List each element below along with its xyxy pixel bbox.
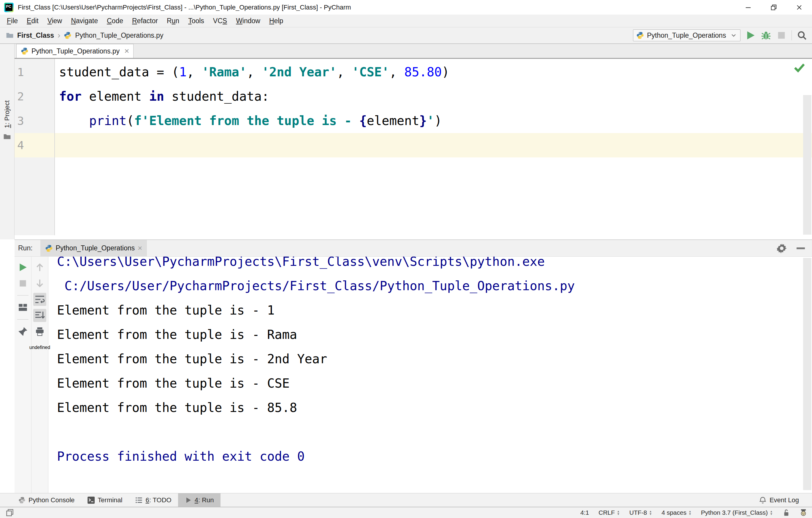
- soft-wrap-icon[interactable]: [33, 293, 46, 306]
- updown-arrows-icon: ▲▼: [649, 510, 652, 515]
- python-gray-icon: [19, 497, 26, 504]
- editor-tab-bar: Python_Tuple_Operations.py ×: [14, 44, 812, 59]
- toolwindow-toggle-icon[interactable]: [6, 509, 13, 517]
- toolbar-separator: [17, 295, 28, 296]
- run-gray-icon: [184, 497, 192, 504]
- close-tab-icon[interactable]: ×: [124, 48, 129, 54]
- toolbar-item-terminal[interactable]: Terminal: [81, 493, 129, 507]
- gutter-border: [54, 59, 55, 235]
- title-bar: PC First_Class [C:\Users\User\PycharmPro…: [0, 0, 812, 15]
- main-toolbar: First_Class › Python_Tuple_Operations.py…: [0, 27, 812, 44]
- toolbar-item-python-console-label: Python Console: [28, 496, 75, 504]
- code-line-3: 3 print(f'Element from the tuple is - {e…: [14, 109, 812, 133]
- debug-button[interactable]: [761, 30, 771, 41]
- run-console-output[interactable]: C:\Users\User\PycharmProjects\First_Clas…: [48, 256, 802, 491]
- inspections-ok-icon[interactable]: [793, 61, 806, 74]
- python-file-icon: [64, 31, 71, 39]
- run-button[interactable]: [745, 30, 756, 41]
- pycharm-logo-icon: PC: [4, 3, 13, 12]
- pin-tab-icon[interactable]: [16, 325, 29, 338]
- python-run-icon: [45, 244, 53, 252]
- code-line-4: 4: [14, 133, 812, 157]
- status-4-spaces[interactable]: 4 spaces▲▼: [662, 509, 692, 516]
- updown-arrows-icon: ▲▼: [689, 510, 692, 515]
- run-config-label: Python_Tuple_Operations: [647, 31, 726, 39]
- settings-gear-icon[interactable]: [776, 243, 787, 254]
- next-occurrence-icon: [33, 277, 46, 290]
- print-icon[interactable]: [33, 325, 46, 338]
- line-number: 1: [14, 60, 54, 84]
- pycharm-window: PC First_Class [C:\Users\User\PycharmPro…: [0, 0, 812, 518]
- run-panel-header: Run: Python_Tuple_Operations ×: [14, 239, 812, 256]
- stop-button: [776, 30, 787, 41]
- menu-window[interactable]: Window: [231, 17, 265, 25]
- restore-layout-icon[interactable]: [16, 301, 29, 314]
- clear-all-icon[interactable]: undefined: [33, 341, 46, 354]
- updown-arrows-icon: ▲▼: [770, 510, 773, 515]
- breadcrumb-project[interactable]: First_Class: [17, 31, 54, 39]
- console-scrollbar[interactable]: [803, 258, 811, 490]
- hide-panel-icon[interactable]: [795, 243, 806, 254]
- tool-window-bar-bottom: Python ConsoleTerminal6: TODO4: RunEvent…: [0, 493, 812, 507]
- toolbar-item-python-console[interactable]: Python Console: [12, 493, 81, 507]
- code-editor[interactable]: 1student_data = (1, 'Rama', '2nd Year', …: [14, 59, 812, 239]
- minimize-button[interactable]: [735, 0, 761, 15]
- status-utf-8[interactable]: UTF-8▲▼: [629, 509, 652, 516]
- toolbar-item-run[interactable]: 4: Run: [178, 493, 221, 507]
- folder-icon: [6, 31, 13, 39]
- menu-edit[interactable]: Edit: [22, 17, 43, 25]
- menu-navigate[interactable]: Navigate: [66, 17, 103, 25]
- breadcrumb-file[interactable]: Python_Tuple_Operations.py: [75, 31, 163, 39]
- rerun-icon[interactable]: [16, 261, 29, 274]
- close-button[interactable]: [786, 0, 812, 15]
- event-log-label: Event Log: [770, 496, 799, 504]
- menu-file[interactable]: File: [2, 17, 22, 25]
- event-log-button[interactable]: Event Log: [759, 496, 799, 504]
- tab-python-tuple-operations[interactable]: Python_Tuple_Operations.py ×: [16, 44, 134, 58]
- search-everywhere-icon[interactable]: [796, 30, 807, 41]
- run-tab[interactable]: Python_Tuple_Operations ×: [40, 240, 147, 256]
- menu-code[interactable]: Code: [103, 17, 127, 25]
- sidebar-item-project-label: 1: Project: [3, 100, 11, 128]
- menu-bar: FileEditViewNavigateCodeRefactorRunTools…: [0, 15, 812, 27]
- updown-arrows-icon: ▲▼: [617, 510, 620, 515]
- editor-scrollbar[interactable]: [803, 95, 811, 235]
- run-config-selector[interactable]: Python_Tuple_Operations: [633, 29, 741, 41]
- run-panel-label: Run:: [18, 244, 33, 252]
- console-line: Process finished with exit code 0: [57, 444, 802, 469]
- terminal-icon: [88, 497, 95, 504]
- menu-refactor[interactable]: Refactor: [127, 17, 162, 25]
- restore-button[interactable]: [761, 0, 786, 15]
- bell-icon: [759, 496, 766, 504]
- status-python-3-7-first-class-[interactable]: Python 3.7 (First_Class)▲▼: [701, 509, 773, 516]
- close-run-tab-icon[interactable]: ×: [138, 244, 142, 253]
- console-line: [57, 420, 802, 444]
- toolbar-separator: [17, 319, 28, 320]
- breadcrumb: First_Class › Python_Tuple_Operations.py: [6, 31, 163, 39]
- scroll-to-end-icon[interactable]: [33, 309, 46, 322]
- chevron-down-icon: [730, 32, 737, 39]
- code-line-1: 1student_data = (1, 'Rama', '2nd Year', …: [14, 60, 812, 84]
- menu-vcs[interactable]: VCS: [209, 17, 231, 25]
- line-number: 4: [14, 133, 54, 157]
- run-toolbar-main: [14, 256, 31, 493]
- code-text: for element in student_data:: [54, 84, 269, 109]
- unlock-icon[interactable]: [782, 509, 790, 517]
- toolbar-item-run-label: 4: Run: [195, 496, 214, 504]
- status-crlf[interactable]: CRLF▲▼: [599, 509, 620, 516]
- code-text: student_data = (1, 'Rama', '2nd Year', '…: [54, 60, 449, 84]
- toolbar-separator: [791, 30, 792, 40]
- console-line: Element from the tuple is - 2nd Year: [57, 347, 802, 371]
- caret-position[interactable]: 4:1: [581, 509, 589, 516]
- menu-tools[interactable]: Tools: [184, 17, 209, 25]
- console-line: Element from the tuple is - 85.8: [57, 396, 802, 420]
- console-line: C:/Users/User/PycharmProjects/First_Clas…: [57, 274, 802, 298]
- menu-run[interactable]: Run: [162, 17, 184, 25]
- toolbar-item-todo[interactable]: 6: TODO: [129, 493, 178, 507]
- prev-occurrence-icon: [33, 261, 46, 274]
- code-text: [54, 133, 59, 157]
- menu-view[interactable]: View: [43, 17, 66, 25]
- hector-icon[interactable]: [800, 509, 807, 517]
- sidebar-item-project[interactable]: 1: Project: [0, 100, 14, 140]
- menu-help[interactable]: Help: [265, 17, 288, 25]
